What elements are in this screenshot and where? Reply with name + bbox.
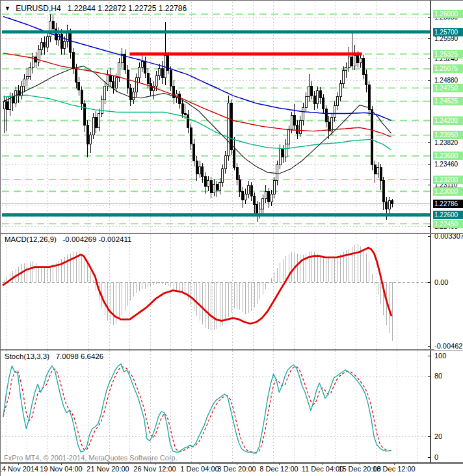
indicator-scale-label: 100 bbox=[434, 352, 446, 360]
indicator-scale-label: 0.00 bbox=[434, 278, 448, 287]
price-scale-label: 1.24525 bbox=[433, 97, 463, 105]
macd-scale: 0.0033070.00-0.004629 bbox=[1, 234, 463, 350]
symbol-timeframe: EURUSD,H4 bbox=[16, 4, 60, 13]
price-scale-label: 1.25325 bbox=[433, 50, 463, 59]
price-scale-label: 1.23000 bbox=[433, 187, 463, 196]
price-scale-label: 1.26000 bbox=[433, 10, 463, 18]
time-axis-label: 18 Dec 12:00 bbox=[365, 465, 423, 473]
indicator-scale-label: 0 bbox=[434, 453, 438, 462]
price-scale-label: 1.22600 bbox=[433, 211, 463, 219]
price-scale-label: 1.24750 bbox=[433, 84, 463, 92]
stoch-scale: 10080200 bbox=[1, 350, 463, 464]
macd-values: -0.004269 -0.002411 bbox=[63, 235, 132, 243]
price-scale-label: 1.24200 bbox=[433, 116, 463, 125]
indicator-scale-label: -0.004629 bbox=[434, 342, 463, 350]
symbol-dropdown-icon[interactable]: ▼ bbox=[5, 5, 10, 12]
price-scale-label: 1.25700 bbox=[433, 28, 463, 36]
ohlc-quote: 1.22844 1.22872 1.22725 1.22786 bbox=[68, 4, 187, 13]
stoch-indicator-label: Stoch(13,3,3) 7.0098 6.6426 bbox=[5, 352, 103, 360]
chart-header: ▼ EURUSD,H4 1.22844 1.22872 1.22725 1.22… bbox=[5, 4, 187, 13]
indicator-scale-label: 20 bbox=[434, 432, 442, 441]
macd-indicator-label: MACD(12,26,9) -0.004269 -0.002411 bbox=[5, 235, 131, 243]
chart-window: ▼ EURUSD,H4 1.22844 1.22872 1.22725 1.22… bbox=[0, 0, 463, 476]
indicator-scale-label: 80 bbox=[434, 372, 442, 380]
price-scale-label: 1.23950 bbox=[433, 131, 463, 139]
copyright-text: FxPro MT4, © 2001-2014, MetaQuotes Softw… bbox=[4, 454, 178, 462]
price-scale-label: 1.23820 bbox=[433, 139, 463, 147]
price-scale-label: 1.25075 bbox=[433, 64, 463, 73]
indicator-scale-label: 0.003307 bbox=[434, 234, 463, 241]
stoch-values: 7.0098 6.6426 bbox=[56, 352, 104, 360]
price-scale-label: 1.23460 bbox=[433, 160, 463, 168]
price-scale-label: 1.23200 bbox=[433, 176, 463, 184]
current-price-label: 1.22786 bbox=[433, 200, 463, 208]
price-scale-label: 1.23600 bbox=[433, 152, 463, 160]
price-scale-label: 1.22450 bbox=[433, 220, 463, 228]
price-scale: 1.260001.259501.257001.255901.253251.252… bbox=[1, 1, 463, 233]
